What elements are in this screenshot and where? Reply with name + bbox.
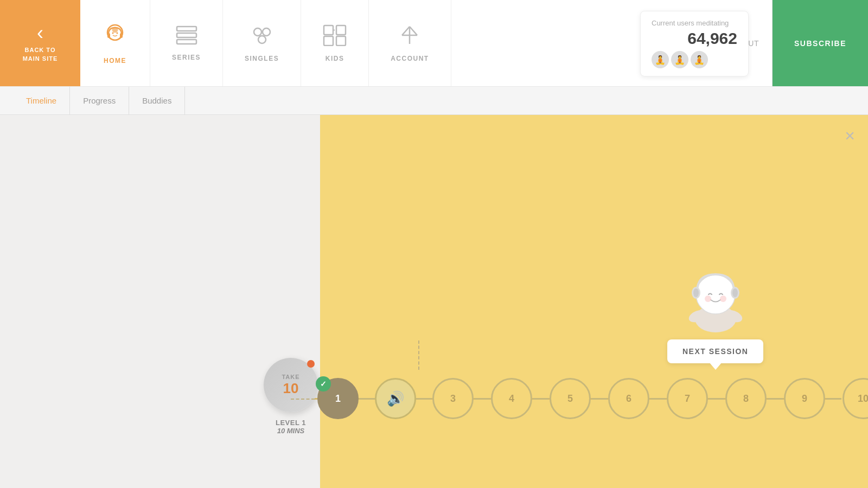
level-badge[interactable]: TAKE 10 LEVEL 1 10 MINS xyxy=(264,358,318,435)
svg-rect-14 xyxy=(336,25,346,35)
current-users-widget: Current users meditating 64,962 🧘 🧘 🧘 xyxy=(640,11,749,76)
connector-4-5 xyxy=(533,398,548,400)
kids-icon xyxy=(323,24,347,50)
dashed-vertical-connector xyxy=(418,341,419,370)
connector-1-2 xyxy=(360,398,375,400)
svg-point-30 xyxy=(720,296,726,302)
svg-point-12 xyxy=(258,36,266,43)
level-title: LEVEL 1 xyxy=(276,419,306,427)
connector-7-8 xyxy=(709,398,724,400)
connector-6-7 xyxy=(650,398,666,400)
svg-point-26 xyxy=(693,288,699,297)
svg-rect-4 xyxy=(120,33,123,38)
connector-8-9 xyxy=(768,398,783,400)
account-label: ACCOUNT xyxy=(391,55,429,62)
connector-9-10 xyxy=(826,398,841,400)
notification-dot xyxy=(307,360,315,368)
sub-navigation: Timeline Progress Buddies xyxy=(0,87,868,115)
level-info: LEVEL 1 10 MINS xyxy=(276,419,306,435)
svg-point-29 xyxy=(705,296,711,302)
svg-point-10 xyxy=(254,28,261,36)
session-node-9[interactable]: 9 xyxy=(784,378,825,419)
check-badge-1: ✓ xyxy=(316,376,331,391)
nav-kids[interactable]: KIDS xyxy=(301,0,369,86)
svg-rect-8 xyxy=(177,33,196,37)
svg-rect-7 xyxy=(177,27,196,31)
session-node-3[interactable]: 3 xyxy=(432,378,474,419)
session-node-8[interactable]: 8 xyxy=(725,378,767,419)
session-node-4[interactable]: 4 xyxy=(491,378,532,419)
take-label: TAKE xyxy=(282,374,299,380)
nav-account[interactable]: ACCOUNT xyxy=(369,0,451,86)
svg-point-28 xyxy=(732,288,738,297)
back-to-main-button[interactable]: ‹ BACK TO MAIN SITE xyxy=(0,0,80,86)
tab-progress[interactable]: Progress xyxy=(70,87,129,114)
session-1-num: 1 xyxy=(335,393,341,404)
main-nav: HOME SERIES SINGLES xyxy=(80,0,712,86)
singles-icon xyxy=(250,24,274,50)
kids-label: KIDS xyxy=(326,55,344,62)
nav-singles[interactable]: SINGLES xyxy=(223,0,301,86)
avatar-3: 🧘 xyxy=(691,51,708,68)
session-node-10[interactable]: 10 xyxy=(843,378,868,419)
connector-3-4 xyxy=(475,398,490,400)
account-icon xyxy=(400,24,419,50)
singles-label: SINGLES xyxy=(245,55,279,62)
current-users-count: 64,962 xyxy=(652,29,737,48)
series-icon xyxy=(176,25,197,49)
main-content: × xyxy=(0,115,868,488)
svg-point-11 xyxy=(263,28,270,36)
home-icon xyxy=(102,22,128,53)
session-node-2-current[interactable]: 🔊 xyxy=(375,378,416,419)
tab-timeline[interactable]: Timeline xyxy=(13,87,70,114)
svg-rect-13 xyxy=(324,25,333,35)
current-users-label: Current users meditating xyxy=(652,19,737,27)
subscribe-button[interactable]: SUBSCRIBE xyxy=(773,0,868,86)
level-mins: 10 MINS xyxy=(276,427,306,435)
dashed-connector xyxy=(291,399,315,400)
svg-point-6 xyxy=(117,32,118,34)
home-label: HOME xyxy=(104,57,126,65)
series-label: SERIES xyxy=(172,54,201,61)
svg-rect-15 xyxy=(324,36,333,46)
connector-2-3 xyxy=(416,398,431,400)
session-node-7[interactable]: 7 xyxy=(667,378,708,419)
session-node-6[interactable]: 6 xyxy=(608,378,649,419)
next-session-bubble[interactable]: NEXT SESSION xyxy=(667,339,763,363)
avatar-1: 🧘 xyxy=(652,51,669,68)
current-users-avatars: 🧘 🧘 🧘 xyxy=(652,51,737,68)
speaker-icon: 🔊 xyxy=(387,390,404,407)
svg-rect-9 xyxy=(177,40,196,44)
svg-line-20 xyxy=(410,27,417,35)
character-svg xyxy=(678,265,754,335)
meditation-character xyxy=(667,265,763,335)
back-label: BACK TO MAIN SITE xyxy=(23,46,58,63)
nav-home[interactable]: HOME xyxy=(80,0,150,86)
svg-rect-16 xyxy=(336,36,346,46)
back-arrow-icon: ‹ xyxy=(37,23,43,43)
svg-point-24 xyxy=(696,275,735,314)
session-node-5[interactable]: 5 xyxy=(550,378,591,419)
take-num: 10 xyxy=(283,380,299,397)
tab-buddies[interactable]: Buddies xyxy=(129,87,185,114)
session-node-1[interactable]: ✓ 1 xyxy=(317,378,359,419)
right-panel: × xyxy=(320,115,868,488)
next-session-label: NEXT SESSION xyxy=(682,347,748,356)
svg-rect-3 xyxy=(107,33,110,38)
session-nodes: ✓ 1 🔊 3 4 5 6 7 8 9 10 xyxy=(316,378,868,419)
next-session-area: NEXT SESSION xyxy=(667,265,763,363)
level-circle: TAKE 10 xyxy=(264,358,318,412)
nav-series[interactable]: SERIES xyxy=(150,0,223,86)
connector-5-6 xyxy=(592,398,607,400)
svg-point-5 xyxy=(112,32,114,34)
header: ‹ BACK TO MAIN SITE xyxy=(0,0,868,87)
svg-line-19 xyxy=(402,27,410,35)
close-button[interactable]: × xyxy=(845,126,855,146)
avatar-2: 🧘 xyxy=(671,51,688,68)
